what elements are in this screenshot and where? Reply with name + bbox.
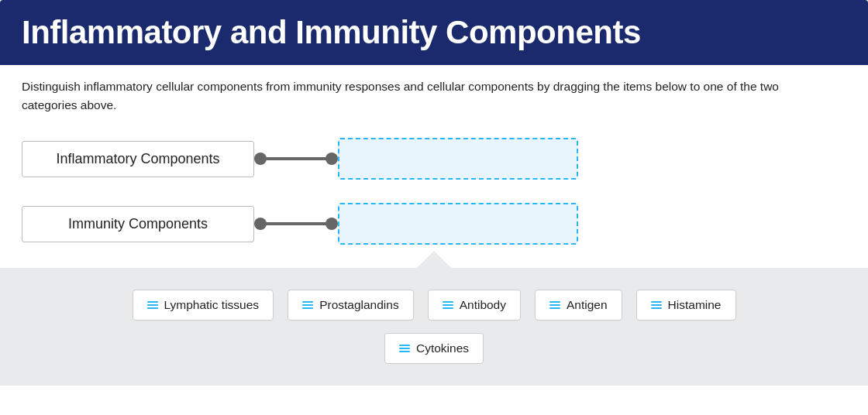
- item-lymphatic-tissues[interactable]: Lymphatic tissues: [133, 290, 274, 321]
- page-header: Inflammatory and Immunity Components: [0, 0, 868, 65]
- connector-dot-right-2: [326, 218, 338, 230]
- inflammatory-row: Inflammatory Components: [22, 138, 846, 180]
- immunity-drop-zone[interactable]: [338, 203, 578, 245]
- drag-icon-histamine: [651, 301, 662, 309]
- triangle-indicator: [417, 251, 451, 268]
- inflammatory-drop-zone[interactable]: [338, 138, 578, 180]
- item-prostaglandins[interactable]: Prostaglandins: [288, 290, 414, 321]
- connector-dot-right-1: [326, 153, 338, 165]
- connector-line-2: [265, 222, 327, 225]
- drag-icon-lymphatic: [147, 301, 158, 309]
- item-antigen[interactable]: Antigen: [535, 290, 622, 321]
- item-antibody[interactable]: Antibody: [428, 290, 521, 321]
- page-title: Inflammatory and Immunity Components: [22, 14, 846, 51]
- items-row-2: Cytokines: [0, 333, 868, 364]
- immunity-connector: [254, 218, 338, 230]
- item-lymphatic-label: Lymphatic tissues: [164, 298, 260, 312]
- item-histamine-label: Histamine: [668, 298, 722, 312]
- immunity-label: Immunity Components: [22, 206, 254, 242]
- inflammatory-connector: [254, 153, 338, 165]
- item-antibody-label: Antibody: [460, 298, 506, 312]
- page-description: Distinguish inflammatory cellular compon…: [0, 65, 822, 130]
- item-prostaglandins-label: Prostaglandins: [319, 298, 399, 312]
- categories-section: Inflammatory Components Immunity Compone…: [0, 130, 868, 245]
- drag-icon-prostaglandins: [302, 301, 313, 309]
- item-antigen-label: Antigen: [567, 298, 608, 312]
- immunity-row: Immunity Components: [22, 203, 846, 245]
- connector-line-1: [265, 157, 327, 160]
- items-section: Lymphatic tissues Prostaglandins Antibod…: [0, 268, 868, 386]
- items-row-1: Lymphatic tissues Prostaglandins Antibod…: [0, 290, 868, 321]
- drag-icon-antibody: [443, 301, 453, 309]
- drag-icon-antigen: [549, 301, 560, 309]
- item-histamine[interactable]: Histamine: [636, 290, 736, 321]
- drag-icon-cytokines: [399, 345, 410, 352]
- item-cytokines-label: Cytokines: [416, 341, 469, 355]
- inflammatory-label: Inflammatory Components: [22, 141, 254, 177]
- item-cytokines[interactable]: Cytokines: [384, 333, 484, 364]
